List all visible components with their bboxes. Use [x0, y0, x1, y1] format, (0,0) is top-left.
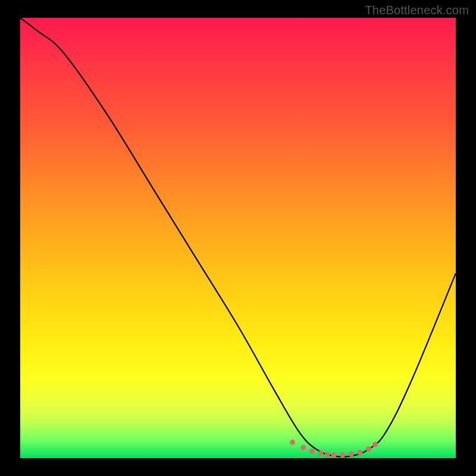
- valley-marker-dot: [357, 450, 362, 455]
- watermark-label: TheBottleneck.com: [365, 4, 469, 17]
- valley-marker-dot: [318, 450, 324, 456]
- valley-markers: [290, 440, 378, 458]
- valley-marker-dot: [366, 446, 371, 452]
- plot-area: [20, 18, 456, 458]
- valley-marker-dot: [309, 449, 315, 454]
- chart-container: TheBottleneck.com: [0, 0, 476, 476]
- valley-marker-dot: [372, 442, 378, 447]
- valley-marker-dot: [340, 452, 345, 458]
- valley-marker-dot: [325, 452, 330, 458]
- curve-line: [20, 18, 456, 457]
- valley-marker-dot: [331, 452, 337, 458]
- chart-svg: [20, 18, 456, 458]
- valley-marker-dot: [349, 452, 354, 457]
- valley-marker-dot: [300, 445, 306, 450]
- valley-marker-dot: [290, 440, 295, 445]
